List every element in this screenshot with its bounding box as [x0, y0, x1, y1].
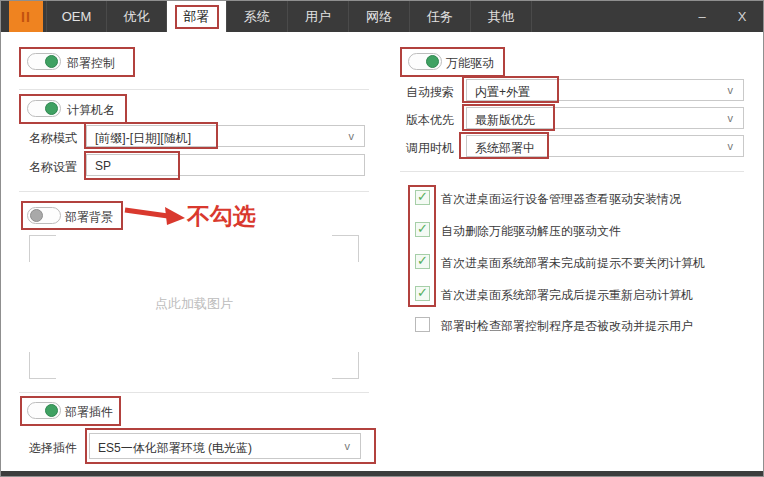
tab-label: 任务: [427, 8, 453, 26]
minimize-button[interactable]: –: [687, 1, 717, 32]
computer-name-toggle[interactable]: [27, 100, 61, 117]
check-icon: ✓: [417, 190, 428, 204]
plugin-select[interactable]: ES5一体化部署环境 (电光蓝) v: [89, 433, 361, 459]
plugin-select-label: 选择插件: [29, 440, 77, 457]
toggle-knob: [426, 55, 439, 68]
tab-youhua[interactable]: 优化: [106, 1, 166, 32]
tab-qita[interactable]: 其他: [470, 1, 532, 32]
auto-search-label: 自动搜索: [406, 84, 454, 101]
tab-xitong[interactable]: 系统: [226, 1, 287, 32]
check-icon: ✓: [417, 254, 428, 268]
tab-label: 系统: [244, 8, 270, 26]
pause-icon[interactable]: II: [9, 1, 43, 32]
name-mode-label: 名称模式: [29, 130, 77, 147]
checkbox-no-shutdown-prompt[interactable]: ✓: [415, 254, 430, 269]
plugin-select-value: ES5一体化部署环境 (电光蓝): [98, 440, 252, 457]
divider: [19, 89, 369, 90]
invoke-timing-select[interactable]: 系统部署中 v: [466, 135, 744, 157]
check-icon: ✓: [417, 286, 428, 300]
chevron-down-icon: v: [728, 140, 734, 152]
corner-bracket: [332, 235, 359, 262]
checkbox-label: 首次进桌面系统部署未完成前提示不要关闭计算机: [441, 255, 705, 272]
version-priority-label: 版本优先: [406, 112, 454, 129]
tab-bushu[interactable]: 部署: [166, 1, 226, 32]
corner-bracket: [332, 352, 359, 379]
deploy-background-label: 部署背景: [65, 209, 113, 226]
chevron-down-icon: v: [345, 440, 351, 452]
toggle-knob: [30, 209, 43, 222]
auto-search-value: 内置+外置: [475, 84, 530, 101]
arrow-icon: [124, 203, 186, 227]
check-icon: ✓: [417, 222, 428, 236]
no-check-annotation: 不勾选: [187, 201, 256, 232]
window-bottom-edge: [1, 471, 763, 476]
divider: [400, 171, 744, 172]
background-image-dropzone[interactable]: 点此加载图片: [29, 235, 359, 379]
tab-label: 网络: [366, 8, 392, 26]
universal-driver-label: 万能驱动: [446, 55, 494, 72]
tab-yonghu[interactable]: 用户: [287, 1, 348, 32]
invoke-timing-value: 系统部署中: [475, 140, 535, 157]
checkbox-device-manager[interactable]: ✓: [415, 190, 430, 205]
chevron-down-icon: v: [728, 84, 734, 96]
tab-label: 用户: [305, 8, 331, 26]
corner-bracket: [29, 235, 56, 262]
name-mode-select[interactable]: [前缀]-[日期][随机] v: [86, 125, 365, 147]
tab-label: 其他: [488, 8, 514, 26]
tab-wangluo[interactable]: 网络: [348, 1, 409, 32]
close-button[interactable]: X: [727, 1, 757, 32]
invoke-timing-label: 调用时机: [406, 140, 454, 157]
deploy-plugin-toggle[interactable]: [27, 402, 61, 419]
chevron-down-icon: v: [728, 112, 734, 124]
checkbox-label: 自动删除万能驱动解压的驱动文件: [441, 223, 621, 240]
checkbox-label: 首次进桌面运行设备管理器查看驱动安装情况: [441, 191, 681, 208]
tab-oem[interactable]: OEM: [46, 1, 106, 32]
tab-label: 部署: [184, 9, 210, 24]
computer-name-label: 计算机名: [67, 102, 115, 119]
checkbox-label: 首次进桌面系统部署完成后提示重新启动计算机: [441, 287, 693, 304]
corner-bracket: [29, 352, 56, 379]
toggle-knob: [45, 404, 58, 417]
checkbox-restart-prompt[interactable]: ✓: [415, 286, 430, 301]
tab-renwu[interactable]: 任务: [409, 1, 470, 32]
name-mode-value: [前缀]-[日期][随机]: [95, 130, 191, 147]
tab-label: OEM: [62, 9, 92, 24]
deploy-control-toggle[interactable]: [27, 53, 61, 70]
deploy-plugin-label: 部署插件: [65, 404, 113, 421]
checkbox-verify-control-program[interactable]: [415, 317, 430, 332]
toggle-knob: [45, 55, 58, 68]
deploy-background-toggle[interactable]: [27, 207, 61, 224]
app-window: II OEM 优化 部署 系统 用户 网络 任务 其他 – X 部署控制 计算机…: [0, 0, 764, 477]
toggle-knob: [45, 102, 58, 115]
version-priority-select[interactable]: 最新版优先 v: [466, 107, 744, 129]
checkbox-label: 部署时检查部署控制程序是否被改动并提示用户: [441, 318, 693, 335]
name-setting-input[interactable]: SP: [86, 154, 365, 176]
load-image-placeholder: 点此加载图片: [29, 295, 359, 313]
checkbox-delete-driver-files[interactable]: ✓: [415, 222, 430, 237]
divider: [19, 191, 369, 192]
divider: [19, 392, 369, 393]
annotation-box-active-tab: 部署: [175, 5, 219, 29]
name-setting-label: 名称设置: [29, 159, 77, 176]
universal-driver-toggle[interactable]: [408, 53, 442, 70]
version-priority-value: 最新版优先: [475, 112, 535, 129]
name-setting-value: SP: [95, 159, 111, 173]
title-bar: II OEM 优化 部署 系统 用户 网络 任务 其他 – X: [1, 1, 763, 32]
deploy-control-label: 部署控制: [67, 55, 115, 72]
chevron-down-icon: v: [349, 130, 355, 142]
tab-label: 优化: [124, 8, 150, 26]
auto-search-select[interactable]: 内置+外置 v: [466, 79, 744, 101]
